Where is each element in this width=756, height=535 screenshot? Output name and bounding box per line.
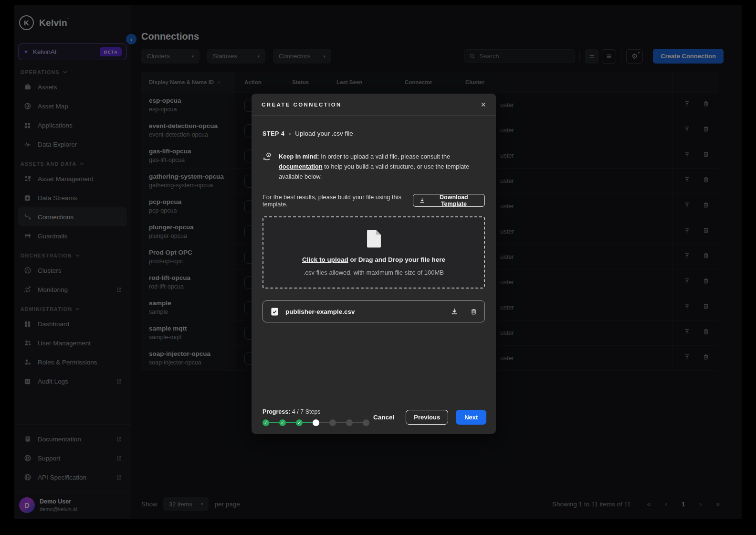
file-check-icon <box>270 307 279 316</box>
download-file-icon[interactable] <box>451 308 458 315</box>
step-label: STEP 4 <box>262 130 284 137</box>
step-connector <box>303 422 313 423</box>
step-indicator: STEP 4 • Upload your .csv file <box>262 116 485 137</box>
step-connector <box>269 422 279 423</box>
template-row: For the best results, please build your … <box>262 194 485 207</box>
uploaded-file-name: publisher-example.csv <box>285 308 355 315</box>
progress-label-bold: Progress: <box>262 408 290 415</box>
download-icon <box>419 197 425 203</box>
template-hint: For the best results, please build your … <box>262 193 413 208</box>
modal-footer: Progress: 4 / 7 Steps ✓✓✓ Cancel Previou… <box>262 408 485 426</box>
step-connector <box>286 422 296 423</box>
modal-body: STEP 4 • Upload your .csv file Keep in m… <box>252 116 496 434</box>
click-to-upload-link[interactable]: Click to upload <box>302 256 348 263</box>
step-circle-done: ✓ <box>296 419 303 426</box>
progress-value: 4 / 7 Steps <box>290 408 320 415</box>
progress-stepper: ✓✓✓ <box>262 419 369 426</box>
step-circle-done: ✓ <box>279 419 286 426</box>
file-icon <box>366 229 382 248</box>
note-text: Keep in mind: In order to upload a valid… <box>279 151 485 182</box>
step-circle-todo <box>329 419 336 426</box>
keep-in-mind-note: Keep in mind: In order to upload a valid… <box>262 151 485 182</box>
progress-block: Progress: 4 / 7 Steps ✓✓✓ <box>262 408 369 426</box>
modal-header: CREATE CONNECTION × <box>252 94 496 116</box>
step-circle-todo <box>363 419 369 426</box>
step-circle-done: ✓ <box>262 419 269 426</box>
documentation-link[interactable]: documentation <box>279 163 323 170</box>
step-circle-current <box>313 419 319 426</box>
note-pre: In order to upload a valid file, please … <box>319 153 451 160</box>
download-template-button[interactable]: Download Template <box>413 194 485 207</box>
modal-title: CREATE CONNECTION <box>262 102 342 107</box>
step-title: Upload your .csv file <box>295 130 353 137</box>
previous-button[interactable]: Previous <box>406 410 448 425</box>
create-connection-modal: CREATE CONNECTION × STEP 4 • Upload your… <box>252 94 496 434</box>
delete-file-icon[interactable] <box>470 308 477 315</box>
modal-buttons: Cancel Previous Next <box>369 410 486 425</box>
step-connector <box>319 422 329 423</box>
uploaded-file-row: publisher-example.csv <box>262 300 485 322</box>
step-separator: • <box>289 131 291 137</box>
step-connector <box>336 422 346 423</box>
download-template-label: Download Template <box>429 194 479 207</box>
dropzone-hint: .csv files allowed, with maximum file si… <box>304 269 444 276</box>
step-circle-todo <box>346 419 353 426</box>
close-icon[interactable]: × <box>481 100 486 109</box>
info-hand-icon <box>262 152 273 182</box>
step-connector <box>353 422 363 423</box>
file-actions <box>451 308 477 315</box>
file-dropzone[interactable]: Click to upload or Drag and Drop your fi… <box>262 216 485 289</box>
cancel-button[interactable]: Cancel <box>369 414 398 421</box>
dropzone-rest: or Drag and Drop your file here <box>348 256 445 263</box>
next-button[interactable]: Next <box>456 410 486 425</box>
dropzone-text: Click to upload or Drag and Drop your fi… <box>302 256 445 263</box>
progress-label: Progress: 4 / 7 Steps <box>262 408 369 415</box>
note-bold: Keep in mind: <box>279 153 319 160</box>
